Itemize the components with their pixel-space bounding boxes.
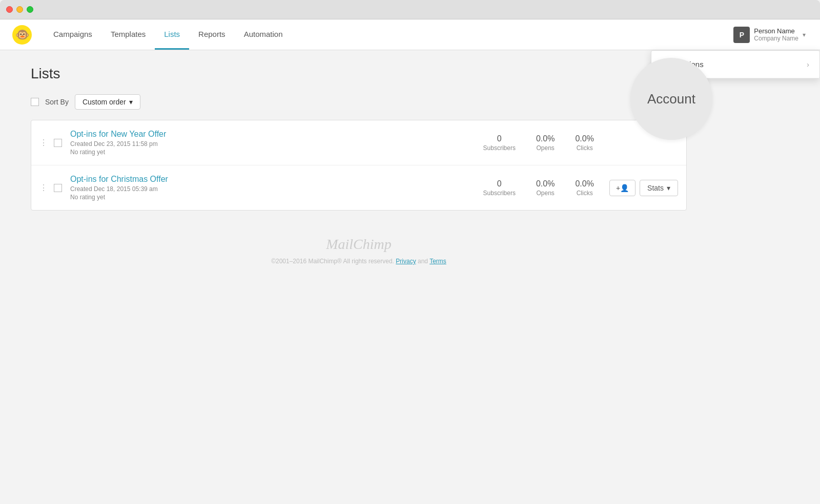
list-item-1-name[interactable]: Opt-ins for New Year Offer (70, 130, 166, 138)
footer-logo: MailChimp (31, 236, 687, 253)
account-label: Account (647, 91, 695, 107)
list-item-2: ⋮ Opt-ins for Christmas Offer Created De… (31, 165, 686, 210)
stat-clicks-1: 0.0% Clicks (575, 134, 593, 152)
subscribers-value-1: 0 (483, 134, 516, 143)
user-chevron-icon: ▾ (803, 31, 806, 38)
master-checkbox[interactable] (31, 98, 39, 106)
main-content: Lists Sort By Custom order ▾ ⋮ Opt-ins f… (0, 50, 717, 296)
minimize-btn[interactable] (16, 6, 23, 13)
user-info: Person Name Company Name (754, 27, 798, 42)
user-avatar: P (733, 27, 750, 43)
notifications-chevron-icon: › (807, 60, 809, 69)
nav-right: P Person Name Company Name ▾ (727, 19, 812, 50)
maximize-btn[interactable] (27, 6, 33, 13)
list-item-1-info: Opt-ins for New Year Offer Created Dec 2… (70, 130, 483, 156)
mac-titlebar (0, 0, 820, 19)
page-title: Lists (31, 66, 687, 82)
list-item-1-created: Created Dec 23, 2015 11:58 pm (70, 140, 483, 148)
list-item-1-checkbox[interactable] (54, 139, 62, 147)
opens-value-1: 0.0% (536, 134, 555, 143)
footer-privacy-link[interactable]: Privacy (396, 258, 416, 265)
user-name: Person Name (754, 27, 798, 35)
add-subscriber-button-1[interactable]: +👤 (609, 135, 636, 151)
list-item: ⋮ Opt-ins for New Year Offer Created Dec… (31, 120, 686, 165)
clicks-value-1: 0.0% (575, 134, 593, 143)
clicks-label-2: Clicks (575, 190, 593, 197)
opens-label-2: Opens (536, 190, 555, 197)
add-subscriber-button-2[interactable]: +👤 (609, 180, 636, 196)
list-item-1-rating: No rating yet (70, 149, 483, 156)
list-item-2-checkbox[interactable] (54, 184, 62, 192)
stat-opens-2: 0.0% Opens (536, 179, 555, 197)
list-item-2-actions: +👤 Stats ▾ (609, 180, 678, 196)
list-controls: Sort By Custom order ▾ (31, 94, 687, 110)
list-item-2-info: Opt-ins for Christmas Offer Created Dec … (70, 175, 483, 201)
stat-subscribers-1: 0 Subscribers (483, 134, 516, 152)
stats-button-2[interactable]: Stats ▾ (640, 180, 678, 196)
stat-subscribers-2: 0 Subscribers (483, 179, 516, 197)
list-item-2-created: Created Dec 18, 2015 05:39 am (70, 185, 483, 193)
footer: MailChimp ©2001–2016 MailChimp® All righ… (31, 211, 687, 280)
list-item-2-rating: No rating yet (70, 194, 483, 201)
user-company: Company Name (754, 35, 798, 42)
stats-chevron-icon-2: ▾ (667, 184, 670, 192)
opens-label-1: Opens (536, 144, 555, 152)
clicks-label-1: Clicks (575, 144, 593, 152)
stats-label-2: Stats (647, 184, 664, 192)
footer-terms-link[interactable]: Terms (429, 258, 446, 265)
nav-item-automation[interactable]: Automation (235, 19, 292, 50)
list-item-2-name[interactable]: Opt-ins for Christmas Offer (70, 175, 168, 183)
opens-value-2: 0.0% (536, 179, 555, 188)
account-circle[interactable]: Account (630, 58, 712, 140)
add-subscriber-icon-2: +👤 (616, 184, 629, 192)
nav-item-templates[interactable]: Templates (101, 19, 155, 50)
sort-label: Sort By (45, 98, 69, 106)
add-subscriber-icon: +👤 (616, 139, 629, 147)
lists-container: ⋮ Opt-ins for New Year Offer Created Dec… (31, 120, 687, 211)
top-nav: 🐵 Campaigns Templates Lists Reports Auto… (0, 19, 820, 50)
list-item-2-stats: 0 Subscribers 0.0% Opens 0.0% Clicks (483, 179, 594, 197)
user-menu[interactable]: P Person Name Company Name ▾ (727, 19, 812, 50)
drag-handle-1[interactable]: ⋮ (39, 138, 49, 148)
footer-and: and (418, 258, 428, 265)
subscribers-label-2: Subscribers (483, 190, 516, 197)
drag-handle-2[interactable]: ⋮ (39, 183, 49, 193)
stat-clicks-2: 0.0% Clicks (575, 179, 593, 197)
footer-text: ©2001–2016 MailChimp® All rights reserve… (31, 258, 687, 265)
logo-emoji: 🐵 (15, 28, 29, 41)
nav-items: Campaigns Templates Lists Reports Automa… (44, 19, 727, 50)
stat-opens-1: 0.0% Opens (536, 134, 555, 152)
sort-value: Custom order (83, 98, 126, 106)
footer-copyright: ©2001–2016 MailChimp® All rights reserve… (271, 258, 394, 265)
sort-button[interactable]: Custom order ▾ (75, 94, 140, 110)
logo-area[interactable]: 🐵 (8, 19, 36, 50)
logo-icon: 🐵 (12, 25, 32, 45)
nav-item-reports[interactable]: Reports (189, 19, 235, 50)
clicks-value-2: 0.0% (575, 179, 593, 188)
close-btn[interactable] (6, 6, 13, 13)
nav-item-lists[interactable]: Lists (155, 19, 189, 50)
subscribers-value-2: 0 (483, 179, 516, 188)
nav-item-campaigns[interactable]: Campaigns (44, 19, 101, 50)
subscribers-label-1: Subscribers (483, 144, 516, 152)
stats-label-1: Stats (647, 139, 664, 147)
sort-chevron-icon: ▾ (129, 98, 133, 106)
list-item-1-stats: 0 Subscribers 0.0% Opens 0.0% Clicks (483, 134, 594, 152)
